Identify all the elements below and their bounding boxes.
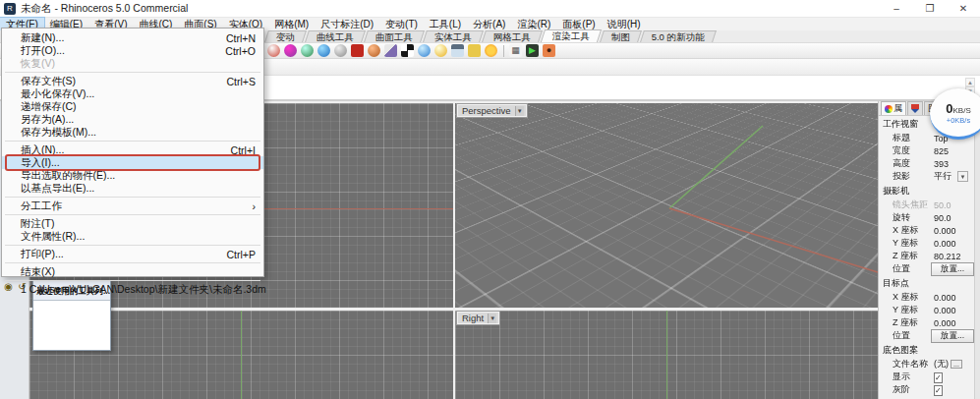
file-menu-item-24[interactable]: 1 C:\Users\VULCAN\Desktop\新建文件夹\未命名.3dm <box>2 283 263 296</box>
file-menu-item-6[interactable]: 递增保存(C) <box>2 100 263 113</box>
file-menu-item-7[interactable]: 另存为(A)... <box>2 113 263 126</box>
scroll-up-icon[interactable]: ▲ <box>965 78 975 86</box>
viewport-label-perspective[interactable]: Perspective ▼ <box>457 104 527 117</box>
render-preview-icon[interactable] <box>301 44 314 57</box>
sun-icon[interactable] <box>485 44 497 57</box>
render-settings-icon[interactable] <box>284 44 297 57</box>
file-menu-item-11[interactable]: 导入(I)... <box>2 156 263 169</box>
viewport-menu-arrow-icon[interactable]: ▼ <box>515 106 524 116</box>
panel-row-value: 90.0 <box>934 213 974 223</box>
viewport-label-right[interactable]: Right ▼ <box>457 312 499 324</box>
file-menu: 新建(N)...Ctrl+N打开(O)...Ctrl+O恢复(V)保存文件(S)… <box>1 28 264 277</box>
minimize-button[interactable]: – <box>880 0 913 18</box>
viewport-display-icon[interactable]: ▦ <box>509 44 522 57</box>
window-controls: – ❐ ✕ <box>880 0 980 18</box>
menu-shortcut: Ctrl+I <box>231 144 256 156</box>
render-icon[interactable] <box>267 44 280 57</box>
file-menu-item-8[interactable]: 保存为模板(M)... <box>2 126 263 139</box>
maximize-button[interactable]: ❐ <box>913 0 947 18</box>
menubar-item-7[interactable]: 尺寸标注(D) <box>315 18 379 30</box>
tool-tab-0[interactable]: 变动 <box>264 30 307 42</box>
file-menu-item-22[interactable]: 结束(X) <box>2 265 263 278</box>
file-menu-item-1[interactable]: 打开(O)...Ctrl+O <box>2 44 263 57</box>
panel-row-2-3: 位置放置... <box>879 329 974 342</box>
panel-row-value: 放置... <box>931 329 974 343</box>
render-region-icon[interactable]: ● <box>543 44 555 57</box>
viewport-menu-arrow-icon[interactable]: ▼ <box>488 314 496 323</box>
panel-row-value: ✓ <box>934 385 974 395</box>
panel-section-3: 底色图案 <box>879 342 974 358</box>
tool-tab-1[interactable]: 曲线工具 <box>305 30 366 42</box>
file-menu-item-15[interactable]: 分工工作› <box>2 200 263 212</box>
browse-button[interactable]: ... <box>951 360 962 369</box>
menu-item-label: 附注(T) <box>21 217 54 231</box>
render-play-icon[interactable]: ▶ <box>526 44 539 57</box>
shield-icon <box>911 104 919 113</box>
tool-tab-5[interactable]: 渲染工具 <box>541 29 602 42</box>
panel-row-0-3: 投影平行▼ <box>879 170 974 183</box>
y-axis-green-front <box>241 311 242 399</box>
menubar-item-10[interactable]: 分析(A) <box>467 18 511 30</box>
panel-row-value: 0.000 <box>934 318 974 328</box>
panel-scrollbar[interactable] <box>974 116 980 399</box>
properties-tab[interactable]: 属 <box>881 101 906 115</box>
menubar-item-13[interactable]: 说明(H) <box>602 18 647 30</box>
panel-row-3-0: 文件名称(无)... <box>879 358 974 370</box>
wood-sphere-icon[interactable] <box>368 44 380 57</box>
file-menu-item-12[interactable]: 导出选取的物件(E)... <box>2 169 263 182</box>
file-menu-item-18[interactable]: 文件属性(R)... <box>2 230 263 243</box>
menu-separator <box>5 72 260 73</box>
menubar-item-8[interactable]: 变动(T) <box>379 18 424 30</box>
blue-sphere-icon[interactable] <box>418 44 431 57</box>
environment-icon[interactable] <box>317 44 330 57</box>
close-button[interactable]: ✕ <box>947 0 980 18</box>
file-menu-item-4[interactable]: 保存文件(S)Ctrl+S <box>2 75 263 87</box>
panel-row-0-1: 宽度825 <box>879 144 974 157</box>
tool-tab-label: 5.0 的新功能 <box>652 31 705 43</box>
combo-arrow-icon[interactable]: ▼ <box>957 171 968 182</box>
net-upload-text: +0KB/s <box>947 116 970 125</box>
panel-row-3-2: 灰阶✓ <box>879 383 974 396</box>
net-download-unit: KB/S <box>953 106 971 115</box>
checkbox-灰阶[interactable]: ✓ <box>934 385 943 396</box>
tool-tab-6[interactable]: 制图 <box>600 30 642 42</box>
tool-tab-label: 制图 <box>611 31 630 43</box>
checkbox-显示[interactable]: ✓ <box>934 372 943 383</box>
tool-tab-label: 渲染工具 <box>552 30 590 42</box>
net-speed-monitor[interactable]: 0KB/S +0KB/s <box>930 88 980 140</box>
tool-tab-4[interactable]: 网格工具 <box>482 30 543 42</box>
panel-section-2: 目标点 <box>879 275 974 291</box>
menu-item-label: 保存文件(S) <box>21 75 76 88</box>
panel-row-value[interactable]: 平行▼ <box>934 170 974 183</box>
file-menu-item-20[interactable]: 打印(P)...Ctrl+P <box>2 248 263 260</box>
file-menu-item-13[interactable]: 以基点导出(E)... <box>2 182 263 195</box>
tool-tab-2[interactable]: 曲面工具 <box>364 30 425 42</box>
tool-tab-7[interactable]: 5.0 的新功能 <box>640 30 717 42</box>
layers-tab[interactable] <box>907 101 923 115</box>
tool-tab-label: 曲面工具 <box>375 31 413 43</box>
file-menu-item-0[interactable]: 新建(N)...Ctrl+N <box>2 31 263 44</box>
file-menu-item-5[interactable]: 最小化保存(V)... <box>2 87 263 100</box>
panel-row-1-5: 位置放置... <box>879 262 974 275</box>
tool-tab-3[interactable]: 实体工具 <box>423 30 484 42</box>
menubar-item-6[interactable]: 网格(M) <box>268 18 315 30</box>
panel-row-0-2: 高度393 <box>879 157 974 170</box>
file-menu-item-17[interactable]: 附注(T) <box>2 217 263 230</box>
menu-item-label: 打印(P)... <box>21 248 64 261</box>
file-menu-item-2: 恢复(V) <box>2 57 263 70</box>
material-box-icon[interactable] <box>351 44 364 57</box>
texture-checker-icon[interactable] <box>401 44 414 57</box>
animation-clapper-icon[interactable] <box>451 44 464 57</box>
tube-material-icon[interactable] <box>334 44 347 57</box>
menubar-item-9[interactable]: 工具(L) <box>424 18 467 30</box>
yellow-slide-icon[interactable] <box>468 44 481 57</box>
viewport-perspective[interactable]: Perspective ▼ <box>455 103 878 308</box>
place-button[interactable]: 放置... <box>931 262 974 276</box>
place-button[interactable]: 放置... <box>931 329 974 343</box>
panel-row-value: 0.000 <box>934 226 974 236</box>
lamp-icon[interactable] <box>434 44 447 57</box>
viewport-right[interactable]: Right ▼ <box>455 311 878 399</box>
panel-row-1-0: 镜头焦距50.0 <box>879 199 974 211</box>
file-menu-item-10[interactable]: 插入(N)...Ctrl+I <box>2 143 263 156</box>
eyedropper-icon[interactable] <box>384 44 397 57</box>
